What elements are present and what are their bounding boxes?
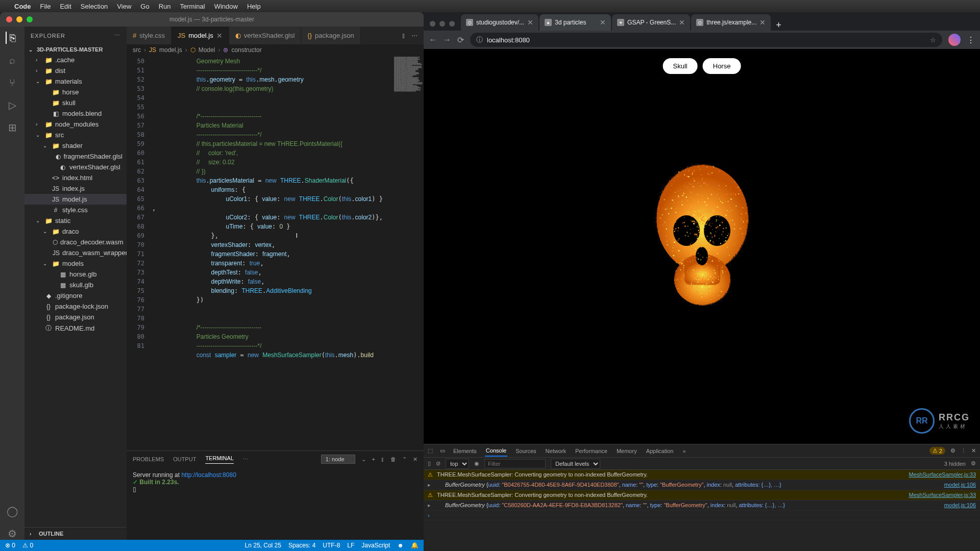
browser-maximize-icon[interactable] (449, 21, 455, 27)
dt-close-icon[interactable]: ✕ (971, 447, 976, 454)
browser-tab[interactable]: ✦GSAP - GreenS...✕ (612, 14, 690, 31)
run-debug-icon[interactable]: ▷ (6, 99, 18, 111)
browser-tab[interactable]: ⊙studiogustodev/...✕ (461, 14, 538, 31)
editor-tab[interactable]: ◐vertexShader.glsl (229, 27, 302, 44)
outline-section[interactable]: ›OUTLINE (24, 527, 127, 540)
sidebar-more-icon[interactable]: ⋯ (114, 32, 120, 39)
tree-item[interactable]: {}package-lock.json (24, 301, 127, 312)
tab-close-icon[interactable]: ✕ (216, 32, 223, 40)
menu-run[interactable]: Run (159, 3, 171, 10)
dt-tab-performance[interactable]: Performance (574, 446, 608, 456)
menu-window[interactable]: Window (214, 3, 238, 10)
problems-tab[interactable]: PROBLEMS (133, 456, 164, 462)
menu-terminal[interactable]: Terminal (180, 3, 205, 10)
tree-item[interactable]: ⓘREADME.md (24, 322, 127, 334)
tab-close-icon[interactable]: ✕ (600, 18, 606, 27)
menu-app[interactable]: Code (14, 3, 31, 10)
tree-item[interactable]: 📁skull (24, 97, 127, 108)
editor-tab[interactable]: #style.css (127, 27, 172, 44)
status-encoding[interactable]: UTF-8 (323, 542, 340, 549)
split-terminal-icon[interactable]: ⫿ (381, 456, 384, 462)
dt-sidebar-toggle-icon[interactable]: ▯ (428, 460, 431, 467)
project-root[interactable]: ⌄3D-PARTICLES-MASTER (24, 44, 127, 55)
new-tab-button[interactable]: + (772, 20, 786, 31)
close-terminal-icon[interactable]: ✕ (413, 456, 418, 463)
editor-more-icon[interactable]: ⋯ (411, 32, 418, 39)
tree-item[interactable]: ▦skull.glb (24, 280, 127, 290)
horse-button[interactable]: Horse (703, 58, 741, 74)
editor-tab[interactable]: {}package.json (301, 27, 360, 44)
menu-go[interactable]: Go (140, 3, 149, 10)
skull-button[interactable]: Skull (663, 58, 698, 74)
dt-warning-badge[interactable]: ⚠ 2 (929, 447, 945, 455)
tree-item[interactable]: ⌄📁src (24, 130, 127, 140)
dt-menu-icon[interactable]: ⋮ (961, 447, 966, 454)
back-button[interactable]: ← (429, 35, 437, 44)
status-lang[interactable]: JavaScript (361, 542, 390, 549)
tree-item[interactable]: ◐fragmentShader.glsl (24, 151, 127, 162)
window-minimize-icon[interactable] (16, 16, 22, 22)
status-cursor[interactable]: Ln 25, Col 25 (245, 542, 281, 549)
status-spaces[interactable]: Spaces: 4 (288, 542, 315, 549)
tree-item[interactable]: JSmodel.js (24, 194, 127, 205)
search-icon[interactable]: ⌕ (6, 54, 18, 66)
window-maximize-icon[interactable] (27, 16, 33, 22)
devtools-device-icon[interactable]: ▭ (440, 447, 445, 454)
dt-filter-input[interactable] (484, 459, 546, 468)
tree-item[interactable]: {}package.json (24, 312, 127, 322)
tree-item[interactable]: ⌄📁models (24, 258, 127, 269)
tree-item[interactable]: ›📁dist (24, 65, 127, 76)
browser-close-icon[interactable] (430, 21, 435, 27)
settings-gear-icon[interactable]: ⚙ (6, 528, 18, 540)
browser-minimize-icon[interactable] (439, 21, 445, 27)
browser-tab[interactable]: ⊙three.js/example...✕ (691, 14, 771, 31)
tab-close-icon[interactable]: ✕ (527, 18, 533, 27)
status-bell-icon[interactable]: 🔔 (411, 542, 419, 549)
editor-tab[interactable]: JSmodel.js✕ (172, 27, 229, 44)
dt-tab-network[interactable]: Network (545, 446, 567, 456)
devtools-inspect-icon[interactable]: ⬚ (428, 447, 433, 454)
tree-item[interactable]: ▦horse.glb (24, 269, 127, 280)
dt-tab-elements[interactable]: Elements (452, 446, 478, 456)
menu-file[interactable]: File (40, 3, 51, 10)
console-output[interactable]: ⚠THREE.MeshSurfaceSampler: Converting ge… (424, 470, 980, 551)
minimap[interactable]: ████████████████ ██ █████████████ ███ ██… (393, 56, 424, 450)
tree-item[interactable]: JSindex.js (24, 183, 127, 194)
terminal-tab[interactable]: TERMINAL (205, 455, 234, 464)
dt-tab-sources[interactable]: Sources (514, 446, 537, 456)
menu-help[interactable]: Help (247, 3, 261, 10)
tree-item[interactable]: 📁horse (24, 87, 127, 97)
tree-item[interactable]: <>index.html (24, 172, 127, 183)
dt-clear-icon[interactable]: ⊘ (436, 460, 440, 467)
tree-item[interactable]: ◐vertexShader.glsl (24, 162, 127, 172)
terminal-body[interactable]: Server running at http://localhost:8080 … (127, 467, 424, 540)
tree-item[interactable]: JSdraco_wasm_wrapper.js (24, 247, 127, 258)
split-editor-icon[interactable]: ⫿ (402, 32, 405, 39)
profile-avatar[interactable] (948, 34, 961, 46)
tree-item[interactable]: ⬡draco_decoder.wasm (24, 237, 127, 247)
source-control-icon[interactable]: ⑂ (6, 77, 18, 89)
dt-settings-icon[interactable]: ⚙ (950, 447, 955, 454)
forward-button[interactable]: → (443, 35, 451, 44)
dt-eye-icon[interactable]: ◉ (474, 460, 479, 467)
menu-view[interactable]: View (117, 3, 131, 10)
tab-close-icon[interactable]: ✕ (679, 18, 685, 27)
explorer-icon[interactable]: ⎘ (6, 32, 18, 44)
new-terminal-icon[interactable]: + (372, 456, 375, 462)
dt-hidden-count[interactable]: 3 hidden (944, 461, 966, 467)
browser-tab[interactable]: ●3d particles✕ (540, 14, 611, 31)
dt-levels-select[interactable]: Default levels (551, 459, 600, 469)
output-tab[interactable]: OUTPUT (173, 456, 196, 462)
status-feedback-icon[interactable]: ☻ (397, 542, 404, 549)
tree-item[interactable]: ◆.gitignore (24, 290, 127, 301)
tree-item[interactable]: #style.css (24, 205, 127, 215)
kill-terminal-icon[interactable]: 🗑 (390, 456, 396, 462)
menu-edit[interactable]: Edit (60, 3, 71, 10)
tree-item[interactable]: ⌄📁shader (24, 140, 127, 151)
status-warnings[interactable]: ⚠ 0 (22, 542, 33, 549)
status-errors[interactable]: ⊗ 0 (5, 542, 15, 549)
dt-context-select[interactable]: top (446, 459, 469, 469)
dt-tab-application[interactable]: Application (645, 446, 675, 456)
bookmark-star-icon[interactable]: ☆ (930, 36, 936, 44)
maximize-terminal-icon[interactable]: ⌃ (402, 456, 407, 463)
